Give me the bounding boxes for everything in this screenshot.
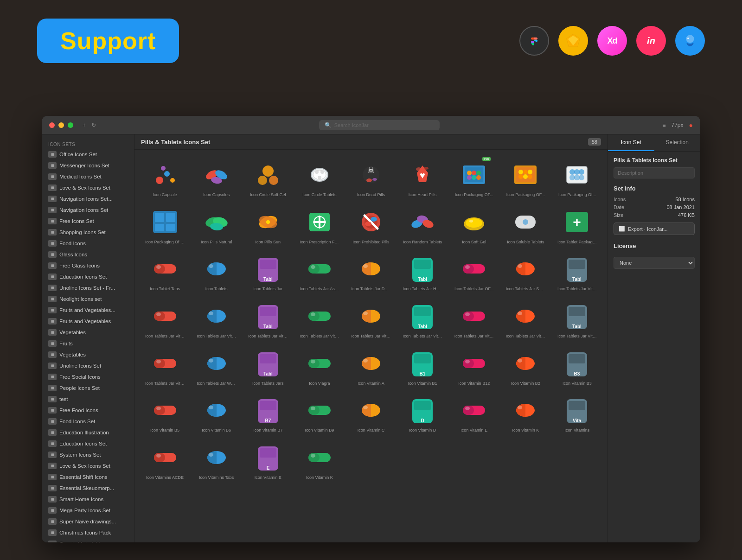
sidebar-item[interactable]: ▦Messenger Icons Set bbox=[42, 160, 134, 171]
icon-cell[interactable]: Tabl Icon Tablets Jars bbox=[243, 344, 293, 389]
description-input[interactable] bbox=[614, 167, 695, 178]
record-button[interactable]: ● bbox=[689, 121, 693, 129]
sidebar-item[interactable]: ▦Fruits and Vegetables bbox=[42, 316, 134, 327]
icon-cell[interactable]: Icon Vitamin B6 bbox=[192, 391, 241, 436]
icon-cell[interactable]: Icon Pills Natural bbox=[192, 203, 241, 248]
icon-cell[interactable]: +Icon Tablet Packaging bbox=[552, 203, 602, 248]
icon-cell[interactable]: ♥Icon Heart Pills bbox=[398, 155, 448, 201]
icon-cell[interactable]: Icon Viagra bbox=[294, 344, 344, 389]
sidebar-item[interactable]: ▦Glass Icons bbox=[42, 249, 134, 260]
icon-cell[interactable]: Icon Tablets Jar Asp... bbox=[294, 249, 344, 295]
icon-cell[interactable]: Vita Icon Vitamins bbox=[552, 391, 602, 436]
sidebar-item[interactable]: ▦Love & Sex Icons Set bbox=[42, 182, 134, 193]
sidebar-item[interactable]: ▦People Icons Set bbox=[42, 382, 134, 394]
icon-cell[interactable]: Icon Random Tablets bbox=[398, 203, 448, 248]
sidebar-item[interactable]: ▦Fruits bbox=[42, 338, 134, 349]
sidebar-item[interactable]: ▦Shopping Icons Set bbox=[42, 227, 134, 238]
icon-cell[interactable]: Icon Soluble Tablets bbox=[501, 203, 550, 248]
maximize-button[interactable] bbox=[68, 122, 73, 128]
icon-cell[interactable]: Icon Tablets Jar Sport bbox=[501, 249, 550, 295]
sidebar-item[interactable]: ▦Food Icons Set bbox=[42, 416, 134, 427]
sidebar-item[interactable]: ▦Smart Home Icons bbox=[42, 494, 134, 505]
icon-cell[interactable]: Icon Tablets Jar Dead bbox=[346, 249, 396, 295]
icon-cell[interactable]: Tabl Icon Tablets Jar Vita... bbox=[243, 297, 293, 342]
sidebar-item[interactable]: ▦Office Icons Set bbox=[42, 149, 134, 160]
sidebar-item[interactable]: ▦Love & Sex Icons Set bbox=[42, 460, 134, 471]
icon-cell[interactable]: Icon Vitamin E bbox=[449, 391, 499, 436]
sidebar-item[interactable]: ▦Unoline Icons Set bbox=[42, 360, 134, 371]
icon-cell[interactable]: B7 Icon Vitamin B7 bbox=[243, 391, 293, 436]
filter-icon[interactable]: ≡ bbox=[662, 122, 665, 128]
icon-cell[interactable]: ☠Icon Dead Pills bbox=[346, 155, 396, 201]
icon-cell[interactable]: Icon Tablets Jar Vita... bbox=[294, 297, 344, 342]
license-select[interactable]: None bbox=[614, 257, 695, 269]
icon-cell[interactable]: Icon Packaging Of T... bbox=[140, 203, 190, 248]
icon-cell[interactable]: Icon Tablets Jar Vita... bbox=[346, 297, 396, 342]
icon-cell[interactable]: Icon Circle Soft Gel bbox=[243, 155, 293, 201]
icon-cell[interactable]: Icon Tablets Jar Vita... bbox=[501, 297, 550, 342]
sidebar-item[interactable]: ▦Education Illustration bbox=[42, 427, 134, 438]
icon-cell[interactable]: Icon Tablets Jar OF... bbox=[449, 249, 499, 295]
sidebar-item[interactable]: ▦Essential Shift Icons bbox=[42, 471, 134, 483]
icon-cell[interactable]: Tabl Icon Tablets Jar Vita... bbox=[552, 249, 602, 295]
icon-cell[interactable]: Icon Tablets Jar Wat... bbox=[192, 344, 241, 389]
icon-cell[interactable]: Icon Vitamin A bbox=[346, 344, 396, 389]
icon-cell[interactable]: Icon Tablets Jar Vita... bbox=[192, 297, 241, 342]
icon-cell[interactable]: Icon Prescription Fo... bbox=[294, 203, 344, 248]
icon-cell[interactable]: Icon Tablets Jar Vita... bbox=[449, 297, 499, 342]
icon-cell[interactable]: Icon Tablets Jar Vita... bbox=[140, 344, 190, 389]
icon-cell[interactable]: Icon Prohibited Pills bbox=[346, 203, 396, 248]
sidebar-item[interactable]: ▦test bbox=[42, 394, 134, 405]
icon-cell[interactable]: Icon Vitamin B9 bbox=[294, 391, 344, 436]
tab-icon-set[interactable]: Icon Set bbox=[608, 134, 654, 151]
sidebar-item[interactable]: ▦Navigation Icons Set bbox=[42, 204, 134, 216]
sidebar-item[interactable]: ▦Free Icons Set bbox=[42, 216, 134, 227]
icon-cell[interactable]: Icon Vitamins ACDE bbox=[140, 438, 190, 484]
craftwork-icon[interactable] bbox=[675, 26, 705, 56]
sidebar-item[interactable]: ▦Unoline Icons Set - Fr... bbox=[42, 282, 134, 293]
search-bar[interactable]: 🔍 Search IconJar bbox=[319, 120, 440, 130]
sidebar-item[interactable]: ▦Mega Party Icons Set bbox=[42, 505, 134, 516]
sidebar-item[interactable]: ▦Free Glass Icons bbox=[42, 260, 134, 271]
sidebar-item[interactable]: ▦Navigation Icons Set... bbox=[42, 193, 134, 204]
sidebar-item[interactable]: ▦Food Icons bbox=[42, 238, 134, 249]
icon-cell[interactable]: Icon Vitamin K bbox=[294, 438, 344, 484]
icon-cell[interactable]: SVGIcon Packaging OF... bbox=[449, 155, 499, 201]
sidebar-item[interactable]: ▦Neolight Icons set bbox=[42, 293, 134, 305]
xd-icon[interactable]: Xd bbox=[597, 26, 627, 56]
minimize-button[interactable] bbox=[58, 122, 64, 128]
sidebar-item[interactable]: ▦Education Icons Set bbox=[42, 438, 134, 449]
icon-cell[interactable]: B1 Icon Vitamin B1 bbox=[398, 344, 448, 389]
sidebar-item[interactable]: ▦Medical Icons Set bbox=[42, 171, 134, 182]
icon-cell[interactable]: Icon Circle Tablets bbox=[294, 155, 344, 201]
sidebar-item[interactable]: ▦Vegetables bbox=[42, 327, 134, 338]
icon-cell[interactable]: Icon Pills Sun bbox=[243, 203, 293, 248]
sidebar-item[interactable]: ▦Vegetables bbox=[42, 349, 134, 360]
icon-cell[interactable]: Icon Capsules bbox=[192, 155, 241, 201]
icon-cell[interactable]: Icon Capsule bbox=[140, 155, 190, 201]
close-button[interactable] bbox=[49, 122, 55, 128]
icon-cell[interactable]: Icon Vitamin B12 bbox=[449, 344, 499, 389]
sidebar-item[interactable]: ▦Fruits and Vegetables... bbox=[42, 305, 134, 316]
sidebar-item[interactable]: ▦Free Food Icons bbox=[42, 405, 134, 416]
icon-cell[interactable]: Icon Packaging Of... bbox=[552, 155, 602, 201]
icon-cell[interactable]: Tabl Icon Tablets Jar Hea... bbox=[398, 249, 448, 295]
icon-cell[interactable]: D Icon Vitamin D bbox=[398, 391, 448, 436]
sidebar-item[interactable]: ▦Super Naive drawings... bbox=[42, 516, 134, 527]
back-button[interactable]: + bbox=[83, 122, 86, 128]
icon-cell[interactable]: Icon Vitamin B2 bbox=[501, 344, 550, 389]
icon-cell[interactable]: E Icon Vitamin E bbox=[243, 438, 293, 484]
export-button[interactable]: ⬜ Export · IconJar... bbox=[614, 223, 695, 235]
sidebar-item[interactable]: ▦Christmas Icons Pack bbox=[42, 527, 134, 538]
icon-cell[interactable]: Icon Soft Gel bbox=[449, 203, 499, 248]
sidebar-item[interactable]: ▦System Icons Set bbox=[42, 449, 134, 460]
sketch-icon[interactable] bbox=[558, 26, 588, 56]
sidebar-item[interactable]: ▦Education Icons Set bbox=[42, 271, 134, 282]
icon-cell[interactable]: Tabl Icon Tablets Jar bbox=[243, 249, 293, 295]
icon-cell[interactable]: Icon Tablets bbox=[192, 249, 241, 295]
forward-button[interactable]: ↻ bbox=[91, 122, 96, 128]
sidebar-item[interactable]: ▦Free Social Icons bbox=[42, 371, 134, 382]
icon-cell[interactable]: Icon Vitamins Tabs bbox=[192, 438, 241, 484]
icon-cell[interactable]: Icon Tablet Tabs bbox=[140, 249, 190, 295]
icon-cell[interactable]: B3 Icon Vitamin B3 bbox=[552, 344, 602, 389]
